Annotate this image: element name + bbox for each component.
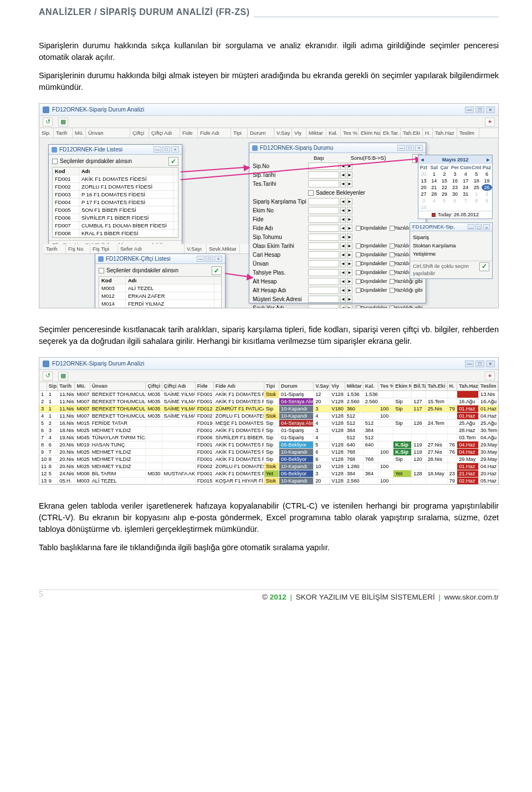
minimize-button[interactable]: — <box>465 106 474 113</box>
page-number: 5 <box>39 588 43 601</box>
page-heading: ANALİZLER / SİPARİŞ DURUM ANALİZİ (FR-ZS… <box>39 6 249 21</box>
intro-para-2: Siparişlerinin durumu hakkında bilgi alm… <box>39 70 499 93</box>
grid-button[interactable]: ▦ <box>58 118 68 126</box>
heading-underline <box>254 6 499 17</box>
window-titlebar: FD12ORNEK-Sipariş Durum Analizi — □ × <box>39 104 498 116</box>
subgrid-header: TarihFiş NoFiş TipiSefer AdıV.SayıSevk.M… <box>44 244 249 254</box>
siparis-grid[interactable]: Sip.TarihMü.ÜnvanÇiftçiÇiftçi AdıFideFid… <box>39 382 498 485</box>
body-para-3: Seçimler penceresinde kısıtlanacak tarih… <box>39 324 499 347</box>
page-heading-row: ANALİZLER / SİPARİŞ DURUM ANALİZİ (FR-ZS… <box>39 6 499 21</box>
checkbox-disindakiler-2[interactable] <box>99 268 104 273</box>
app-icon <box>43 106 49 113</box>
body-para-5: Tablo başlıklarına fare ile tıklandığınd… <box>39 542 499 554</box>
popup-ciftci-listesi: FD12ORNEK-Çiftçi Listesi —□× Seçilenler … <box>95 253 226 308</box>
grid-button-2[interactable]: ▦ <box>58 372 68 380</box>
refresh-button[interactable]: ↺ <box>43 118 53 126</box>
add-button[interactable]: + <box>485 118 495 126</box>
window-controls: — □ × <box>465 106 495 113</box>
screenshot-siparis-durum-dialogs: FD12ORNEK-Sipariş Durum Analizi — □ × ↺ … <box>39 103 499 308</box>
checkbox-disindakiler[interactable] <box>52 159 58 164</box>
screenshot-siparis-durum-grid: FD12ORNEK-Sipariş Durum Analizi —□× ↺ ▦ … <box>39 357 499 485</box>
confirm-check-icon[interactable]: ✓ <box>168 157 178 166</box>
window-titlebar-2: FD12ORNEK-Sipariş Durum Analizi —□× <box>39 358 498 370</box>
toolbar: ↺ ▦ + <box>39 116 498 128</box>
confirm-check-icon-2[interactable]: ✓ <box>212 266 222 275</box>
popup-icon <box>52 147 57 153</box>
popup-fide-title: FD12ORNEK-Fide Listesi —□× <box>49 145 182 155</box>
maximize-button[interactable]: □ <box>475 106 484 113</box>
grid-header: Sip.TarihMü.ÜnvanÇiftçiÇiftçi AdıFideFid… <box>39 128 498 138</box>
fide-grid[interactable]: KodAdıFD001AKİK F1 DOMATES FİDESİFD002ZO… <box>52 167 178 238</box>
popup-fide-listesi: FD12ORNEK-Fide Listesi —□× Seçilenler dı… <box>48 144 182 250</box>
popup-siparis-durumu: FD12ORNEK-Sipariş Durumu —□× Başı Sonu(F… <box>249 143 426 303</box>
arrow-3 <box>225 273 253 278</box>
window-title-text: FD12ORNEK-Sipariş Durum Analizi <box>52 105 144 114</box>
page-footer: 5 © 2012 | SKOR YAZILIM VE BİLİŞİM SİSTE… <box>39 590 499 603</box>
close-button[interactable]: × <box>486 106 495 113</box>
add-button-2[interactable]: + <box>485 372 495 380</box>
intro-para-1: Siparişlerin durumu hakkında sıkça kulla… <box>39 40 499 63</box>
ciftci-grid[interactable]: KodAdıM003ALİ TEZELM012ERKAN ZAFERM014FE… <box>99 276 222 308</box>
popup-sip-karsilama-tip: FD12ORNEK-Sip. —□× SiparişStoktan Karşıl… <box>410 222 493 279</box>
body-para-4: Ekrana gelen tabloda veriler işaretlener… <box>39 500 499 535</box>
refresh-button-2[interactable]: ↺ <box>43 372 53 380</box>
arrow-1 <box>181 167 249 173</box>
calendar-picker[interactable]: ◄ Mayıs 2012 ► PztSalÇarPerCumCmtPaz3012… <box>418 155 493 219</box>
